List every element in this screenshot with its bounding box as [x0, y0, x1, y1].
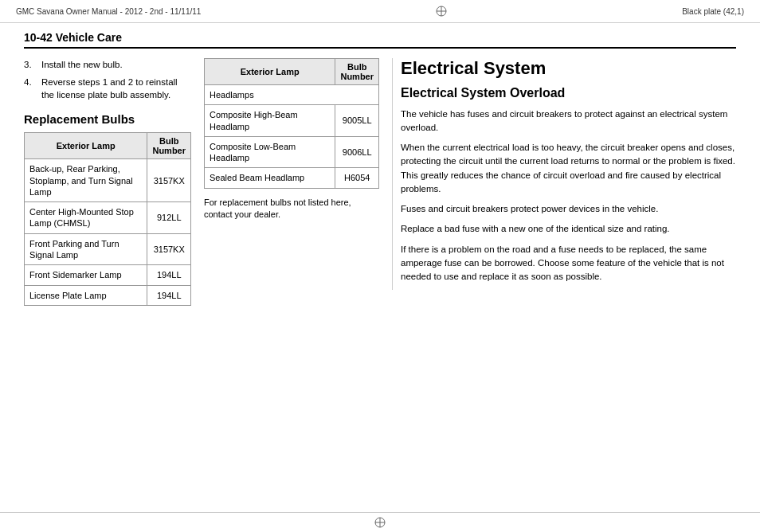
electrical-system-subtitle: Electrical System Overload — [401, 85, 736, 100]
table-row: Composite High-Beam Headlamp 9005LL — [205, 105, 379, 137]
middle-column: Exterior Lamp BulbNumber Headlamps Compo… — [204, 58, 379, 221]
note-text: For replacement bulbs not listed here, c… — [204, 197, 379, 221]
lamp-number: 194LL — [147, 285, 191, 305]
lamp-number: H6054 — [335, 168, 379, 188]
header-center — [435, 5, 448, 18]
lamp-name: Composite Low-Beam Headlamp — [205, 136, 335, 168]
table-row: Back-up, Rear Parking, Stoplamp, and Tur… — [25, 159, 191, 202]
right-para-4: Replace a bad fuse with a new one of the… — [401, 222, 736, 236]
headlamps-label: Headlamps — [205, 85, 379, 105]
lamp-name: Composite High-Beam Headlamp — [205, 105, 335, 137]
step-3-text: Install the new bulb. — [41, 58, 123, 71]
right-para-1: The vehicle has fuses and circuit breake… — [401, 108, 736, 135]
middle-bulb-table: Exterior Lamp BulbNumber Headlamps Compo… — [204, 58, 379, 189]
table-row: Sealed Beam Headlamp H6054 — [205, 168, 379, 188]
lamp-number: 9006LL — [335, 136, 379, 168]
lamp-number: 194LL — [147, 265, 191, 285]
step-4: 4. Reverse steps 1 and 2 to reinstall th… — [24, 76, 191, 101]
page-header: GMC Savana Owner Manual - 2012 - 2nd - 1… — [0, 0, 760, 23]
left-column: 3. Install the new bulb. 4. Reverse step… — [24, 58, 191, 306]
lamp-name: Front Sidemarker Lamp — [25, 265, 147, 285]
left-bulb-table: Exterior Lamp BulbNumber Back-up, Rear P… — [24, 132, 191, 306]
left-table-col2-header: BulbNumber — [147, 133, 191, 159]
table-row: License Plate Lamp 194LL — [25, 285, 191, 305]
step-3-num: 3. — [24, 58, 37, 71]
electrical-system-title: Electrical System — [401, 58, 736, 79]
lamp-name: Center High-Mounted Stop Lamp (CHMSL) — [25, 202, 147, 234]
right-para-5: If there is a problem on the road and a … — [401, 243, 736, 284]
lamp-number: 3157KX — [147, 159, 191, 202]
headlamps-section-row: Headlamps — [205, 85, 379, 105]
lamp-name: Back-up, Rear Parking, Stoplamp, and Tur… — [25, 159, 147, 202]
right-column: Electrical System Electrical System Over… — [392, 58, 736, 290]
lamp-number: 912LL — [147, 202, 191, 234]
table-row: Front Parking and Turn Signal Lamp 3157K… — [25, 233, 191, 265]
header-left: GMC Savana Owner Manual - 2012 - 2nd - 1… — [16, 7, 201, 16]
step-list: 3. Install the new bulb. 4. Reverse step… — [24, 58, 191, 101]
replacement-heading: Replacement Bulbs — [24, 112, 191, 126]
section-title: 10-42 Vehicle Care — [24, 31, 736, 49]
step-3: 3. Install the new bulb. — [24, 58, 191, 71]
lamp-number: 3157KX — [147, 233, 191, 265]
table-row: Center High-Mounted Stop Lamp (CHMSL) 91… — [25, 202, 191, 234]
step-4-num: 4. — [24, 76, 37, 101]
page-content: 10-42 Vehicle Care 3. Install the new bu… — [0, 23, 760, 314]
footer-crosshair-icon — [374, 516, 386, 529]
middle-table-col2-header: BulbNumber — [335, 59, 379, 85]
lamp-name: Sealed Beam Headlamp — [205, 168, 335, 188]
lamp-name: License Plate Lamp — [25, 285, 147, 305]
left-table-col1-header: Exterior Lamp — [25, 133, 147, 159]
lamp-number: 9005LL — [335, 105, 379, 137]
lamp-name: Front Parking and Turn Signal Lamp — [25, 233, 147, 265]
right-para-2: When the current electrical load is too … — [401, 141, 736, 196]
crosshair-icon — [435, 5, 448, 18]
table-row: Front Sidemarker Lamp 194LL — [25, 265, 191, 285]
header-right: Black plate (42,1) — [682, 7, 744, 16]
right-para-3: Fuses and circuit breakers protect power… — [401, 202, 736, 216]
step-4-text: Reverse steps 1 and 2 to reinstall the l… — [41, 76, 191, 101]
main-layout: 3. Install the new bulb. 4. Reverse step… — [24, 58, 736, 306]
table-row: Composite Low-Beam Headlamp 9006LL — [205, 136, 379, 168]
page-footer — [0, 512, 760, 532]
middle-table-col1-header: Exterior Lamp — [205, 59, 335, 85]
